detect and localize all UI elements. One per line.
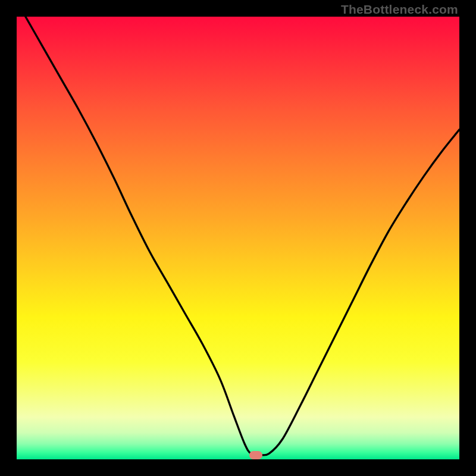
chart-frame: TheBottleneck.com [0, 0, 476, 476]
bottleneck-curve [26, 17, 459, 455]
watermark-text: TheBottleneck.com [341, 2, 458, 17]
plot-area [17, 17, 459, 459]
optimum-marker [249, 451, 262, 459]
curve-layer [17, 17, 459, 459]
